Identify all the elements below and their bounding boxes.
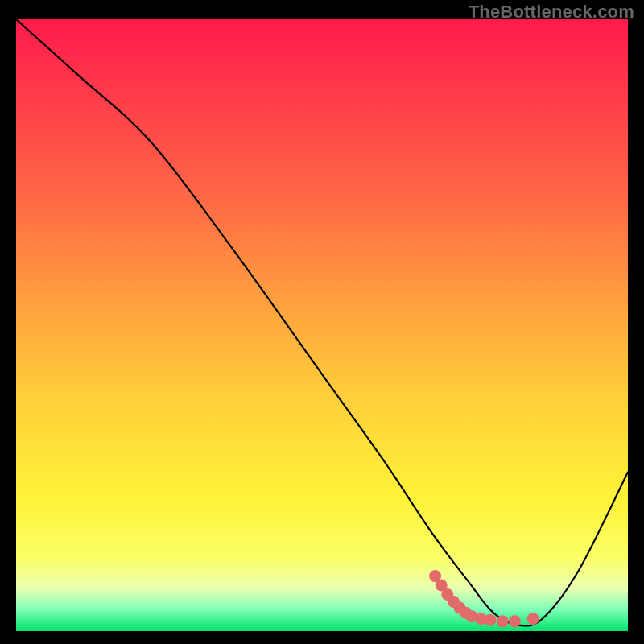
plot-area: [16, 19, 628, 631]
optimal-marker: [497, 615, 509, 627]
optimal-marker: [509, 615, 521, 627]
bottleneck-curve: [16, 19, 628, 626]
optimal-markers: [429, 570, 539, 627]
curve-layer: [16, 19, 628, 631]
chart-wrapper: TheBottleneck.com: [0, 0, 644, 644]
optimal-marker: [527, 613, 539, 625]
optimal-marker: [485, 614, 497, 626]
